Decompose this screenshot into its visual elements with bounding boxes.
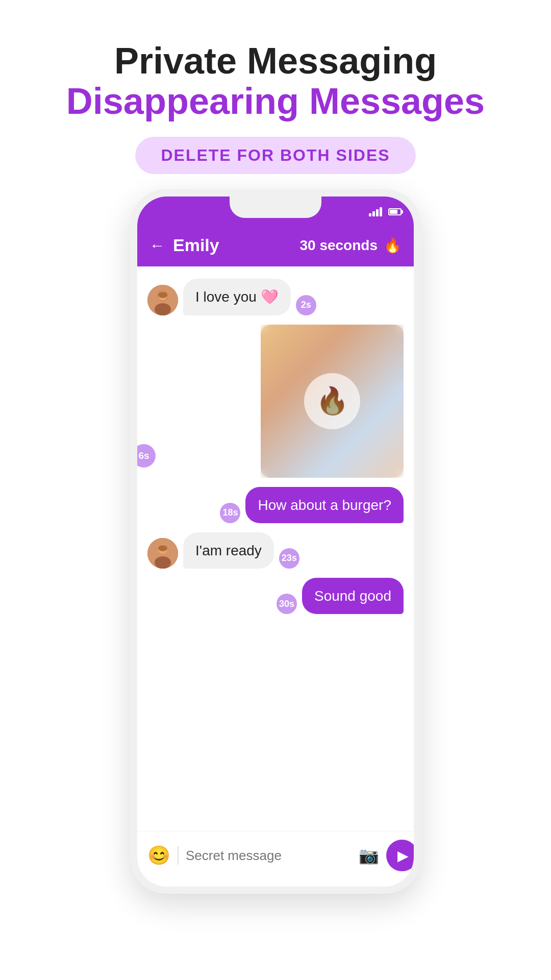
message-3-row: 18s How about a burger? (147, 487, 404, 523)
signal-bar-2 (372, 211, 375, 216)
phone-mockup: ← Emily 30 seconds 🔥 (130, 189, 421, 894)
svg-point-2 (155, 303, 171, 315)
delete-badge: DELETE FOR BOTH SIDES (135, 137, 415, 174)
avatar-emily-2 (147, 538, 178, 569)
chat-body: I love you 🩷 2s 🔥 6s (137, 266, 414, 831)
message-5-text: Sound good (314, 588, 391, 604)
battery-fill (390, 210, 397, 214)
chat-header-left: ← Emily (149, 235, 219, 255)
message-4-row: I'am ready 23s (147, 532, 404, 569)
back-button[interactable]: ← (149, 237, 165, 254)
emoji-button[interactable]: 😊 (147, 845, 170, 866)
signal-bar-4 (380, 207, 382, 216)
avatar-emily-1 (147, 285, 178, 315)
chat-header-right: 30 seconds 🔥 (299, 237, 402, 254)
battery-icon (388, 208, 402, 215)
message-4-text: I'am ready (195, 543, 262, 558)
flame-icon-image: 🔥 (316, 385, 349, 416)
message-3-bubble: How about a burger? (245, 487, 404, 523)
message-5-row: 30s Sound good (147, 578, 404, 614)
status-icons (369, 207, 402, 216)
svg-point-7 (158, 545, 167, 551)
camera-button[interactable]: 📷 (359, 846, 379, 865)
signal-bar-1 (369, 213, 371, 216)
input-divider (178, 846, 179, 865)
send-button[interactable]: ▶ (386, 840, 414, 871)
message-input[interactable] (186, 848, 352, 864)
page-header: Private Messaging Disappearing Messages … (0, 0, 551, 189)
message-4-timer: 23s (279, 548, 299, 569)
phone-notch (230, 197, 321, 218)
svg-point-8 (155, 556, 171, 569)
message-1-bubble: I love you 🩷 (183, 279, 291, 315)
send-icon: ▶ (397, 847, 409, 864)
message-2-image[interactable]: 🔥 (261, 325, 404, 478)
message-1-timer: 2s (296, 295, 316, 315)
signal-bar-3 (376, 209, 379, 216)
flame-circle: 🔥 (304, 373, 360, 429)
message-2-timer: 6s (137, 444, 156, 468)
contact-name: Emily (173, 235, 219, 255)
chat-input-bar: 😊 📷 ▶ (137, 831, 414, 887)
message-1-text: I love you 🩷 (195, 287, 279, 307)
phone-inner: ← Emily 30 seconds 🔥 (137, 197, 414, 887)
svg-point-4 (158, 292, 167, 298)
signal-icon (369, 207, 382, 216)
message-1-row: I love you 🩷 2s (147, 279, 404, 315)
message-5-bubble: Sound good (302, 578, 404, 614)
flame-icon-header: 🔥 (384, 237, 402, 254)
header-title-purple: Disappearing Messages (0, 81, 551, 121)
message-3-text: How about a burger? (258, 497, 391, 513)
message-4-bubble: I'am ready (183, 532, 274, 569)
chat-header: ← Emily 30 seconds 🔥 (137, 227, 414, 266)
header-title-black: Private Messaging (0, 41, 551, 81)
message-2-row: 🔥 6s (147, 325, 404, 478)
message-5-timer: 30s (277, 594, 297, 614)
message-3-timer: 18s (220, 503, 240, 523)
timer-text: 30 seconds (299, 237, 378, 254)
